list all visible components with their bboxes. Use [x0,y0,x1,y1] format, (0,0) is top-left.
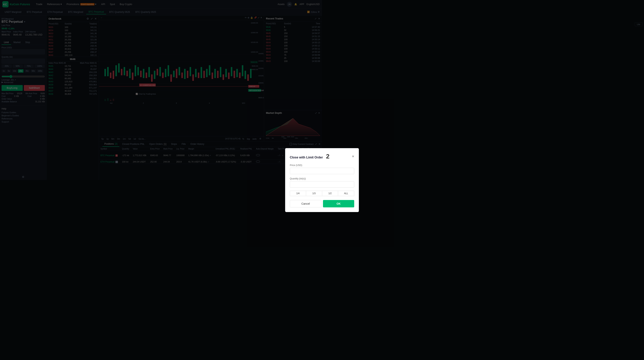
modal-quantity-label: Quantity (lot(s)) [290,177,322,180]
modal-price-label: Price (USD) [290,164,322,167]
modal-title: Close with Limit Order [290,156,322,159]
modal-dialog: Close with Limit Order 2 × Price (USD) Q… [285,148,322,180]
modal-overlay[interactable]: Close with Limit Order 2 × Price (USD) Q… [0,0,322,180]
modal-price-input[interactable] [290,168,322,174]
